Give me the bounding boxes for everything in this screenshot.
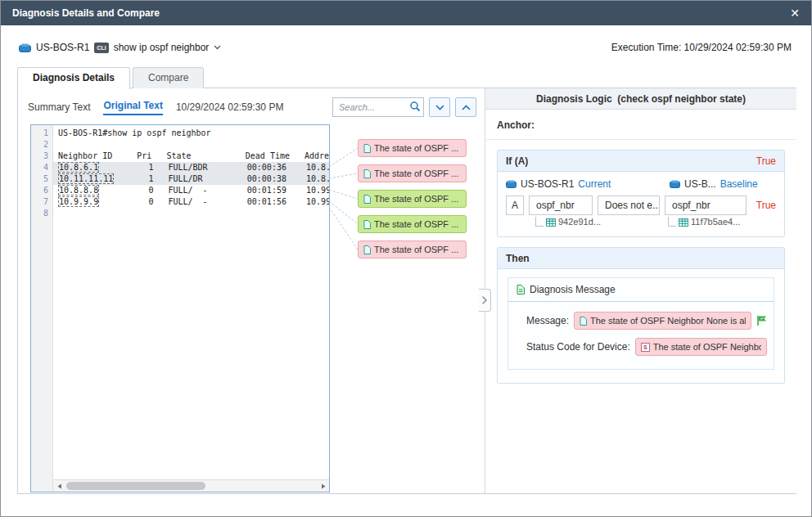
current-variable-box[interactable]: ospf_nbr [529, 196, 593, 215]
neighbor-id-match[interactable]: 10.11.11.11 [58, 173, 114, 184]
message-chip[interactable]: The state of OSPF Neighbor None is abn..… [574, 312, 751, 330]
device-icon [19, 43, 31, 52]
neighbor-id-match[interactable]: 10.9.9.9 [58, 196, 99, 207]
diagnosis-tag[interactable]: The state of OSPF ... [358, 190, 467, 208]
device-icon [506, 180, 517, 188]
dialog-title: Diagnosis Details and Compare [12, 7, 160, 19]
document-icon [363, 195, 371, 204]
baseline-label[interactable]: Baseline [720, 178, 758, 190]
search-box [332, 97, 424, 117]
tag-label: The state of OSPF ... [374, 245, 458, 254]
scrollbar-thumb[interactable] [66, 482, 205, 490]
neighbor-id-match[interactable]: 10.8.6.1 [58, 162, 99, 173]
baseline-table-ref[interactable]: 11f7b5ae4... [668, 217, 740, 227]
current-device-group: US-BOS-R1 Current [506, 178, 670, 190]
execution-time: Execution Time: 10/29/2024 02:59:30 PM [611, 42, 792, 53]
status-chip-text: The state of OSPF Neighbor N... [653, 342, 761, 352]
code-line-4: 10.8.6.1 1 FULL/BDR 00:00:36 10.8. [53, 162, 329, 173]
code-text: 0 FULL/ - 00:01:56 10.99 [99, 197, 329, 206]
close-icon[interactable]: ✕ [790, 7, 800, 19]
condition-result: True [756, 200, 776, 211]
toolbar: US-BOS-R1 CLI show ip ospf neighbor Exec… [19, 38, 792, 56]
diagnosis-tag[interactable]: The state of OSPF ... [358, 215, 467, 233]
if-block-header: If (A) True [498, 151, 784, 172]
device-icon [670, 180, 680, 188]
diagnosis-message-box: Diagnosis Message Message: The state of … [508, 277, 774, 370]
anchor-letter-box: A [506, 196, 524, 215]
main-panel: Summary Text Original Text 10/29/2024 02… [17, 88, 796, 494]
document-icon [363, 144, 371, 153]
cli-output-viewer[interactable]: 1 2 3 4 5 6 7 8 US-BOS-R1#show ip ospf n… [30, 124, 330, 492]
line-number: 2 [31, 139, 52, 151]
tab-compare[interactable]: Compare [133, 67, 204, 88]
diagnosis-tag[interactable]: The state of OSPF ... [358, 139, 467, 157]
if-block-body: US-BOS-R1 Current US-B... Baseline A [498, 172, 784, 236]
code-text: 1 FULL/DR 00:00:38 10.8. [114, 174, 329, 183]
neighbor-id-match[interactable]: 10.8.8.8 [58, 185, 99, 196]
scroll-right-arrow-icon[interactable] [317, 480, 329, 492]
view-switch-row: Summary Text Original Text 10/29/2024 02… [28, 97, 476, 118]
current-table-ref[interactable]: 942e91d... [535, 217, 601, 227]
code-text: US-BOS-R1#show ip ospf neighbor [58, 128, 211, 137]
search-icon[interactable] [409, 101, 421, 112]
flag-check-icon[interactable] [756, 315, 767, 326]
code-line-6: 10.8.8.8 0 FULL/ - 00:01:59 10.99 [53, 185, 329, 196]
operator-box[interactable]: Does not e... [598, 196, 660, 215]
line-number-gutter: 1 2 3 4 5 6 7 8 [31, 125, 53, 492]
document-icon [580, 317, 587, 326]
diagnosis-message-header: Diagnosis Message [508, 278, 774, 302]
find-next-button[interactable] [429, 97, 450, 117]
horizontal-scrollbar[interactable] [53, 479, 329, 492]
message-row: Message: The state of OSPF Neighbor None… [526, 312, 767, 330]
diagnosis-dialog: Diagnosis Details and Compare ✕ US-BOS-R… [0, 0, 812, 517]
diagnosis-tag[interactable]: The state of OSPF ... [358, 241, 467, 258]
line-number: 1 [31, 128, 52, 139]
line-number: 4 [31, 162, 52, 173]
original-text-tab[interactable]: Original Text [103, 100, 162, 115]
condition-row: A ospf_nbr Does not e... ospf_nbr True [506, 196, 776, 215]
code-lines: US-BOS-R1#show ip ospf neighbor Neighbor… [53, 125, 329, 492]
code-text: Neighbor ID Pri State Dead Time Addre [58, 151, 329, 160]
then-block-body: Diagnosis Message Message: The state of … [498, 269, 784, 383]
then-block-header: Then [498, 248, 784, 269]
baseline-variable-box[interactable]: ospf_nbr [665, 196, 747, 215]
logic-pane-title: Diagnosis Logic (check ospf neighbor sta… [485, 88, 796, 110]
document-icon [363, 245, 371, 254]
output-timestamp: 10/29/2024 02:59:30 PM [176, 101, 283, 113]
diagnosis-tag-list: The state of OSPF ... The state of OSPF … [358, 139, 467, 258]
anchor-label: Anchor: [485, 110, 796, 140]
tab-diagnosis-details[interactable]: Diagnosis Details [17, 67, 130, 89]
diagnosis-message-title: Diagnosis Message [530, 284, 616, 295]
device-name: US-BOS-R1 [36, 42, 89, 53]
scroll-left-arrow-icon[interactable] [53, 480, 65, 492]
line-number: 5 [31, 173, 52, 185]
if-result: True [756, 155, 776, 167]
current-label[interactable]: Current [578, 178, 611, 190]
document-icon [363, 220, 371, 229]
line-number: 8 [31, 208, 52, 219]
summary-text-tab[interactable]: Summary Text [28, 101, 90, 113]
baseline-device-group: US-B... Baseline [670, 178, 758, 190]
current-table-id: 942e91d... [558, 217, 601, 227]
status-code-chip[interactable]: S The state of OSPF Neighbor N... [635, 338, 767, 356]
chevron-down-icon[interactable] [214, 45, 221, 50]
status-code-row: Status Code for Device: S The state of O… [526, 338, 767, 356]
tab-strip: Diagnosis Details Compare [17, 67, 206, 88]
diagnosis-tag[interactable]: The state of OSPF ... [358, 164, 467, 182]
find-previous-button[interactable] [455, 97, 476, 117]
code-line-1: US-BOS-R1#show ip ospf neighbor [53, 128, 329, 139]
tree-elbow [535, 217, 544, 227]
status-variable-icon: S [641, 343, 650, 352]
collapse-pane-button[interactable] [479, 289, 491, 312]
command-selector[interactable]: show ip ospf neighbor [114, 42, 210, 53]
if-title: If (A) [506, 155, 528, 167]
connector-lines [329, 129, 359, 260]
then-title: Then [506, 253, 530, 264]
tag-label: The state of OSPF ... [374, 143, 458, 153]
cli-badge: CLI [94, 43, 108, 53]
message-chip-text: The state of OSPF Neighbor None is abn..… [590, 316, 746, 326]
document-icon [363, 169, 371, 178]
code-line-3: Neighbor ID Pri State Dead Time Addre [53, 151, 329, 162]
if-block: If (A) True US-BOS-R1 Current [497, 150, 785, 237]
diagnosis-message-rows: Message: The state of OSPF Neighbor None… [508, 302, 774, 369]
